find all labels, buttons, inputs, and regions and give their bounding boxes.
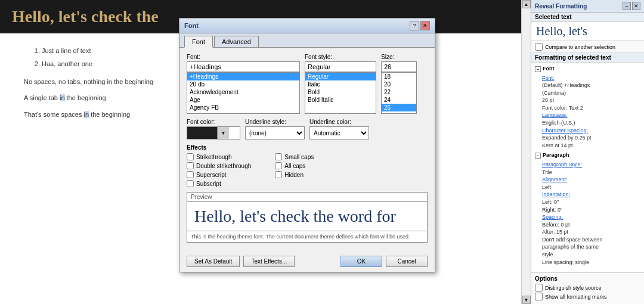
- preview-text: Hello, let's check the word for: [194, 207, 396, 225]
- dialog-tab-bar: Font Advanced: [179, 33, 435, 48]
- small-caps-label: Small caps: [284, 154, 314, 160]
- underline-style-select[interactable]: (none): [245, 126, 305, 139]
- ok-button[interactable]: OK: [340, 256, 382, 267]
- dialog-title: Font: [184, 22, 199, 29]
- spacing-after: After: 15 pt: [542, 229, 568, 235]
- size-list-item[interactable]: 26: [382, 104, 416, 111]
- effect-strikethrough: Strikethrough: [187, 153, 251, 160]
- panel-close-btn[interactable]: ✕: [632, 2, 640, 10]
- font-dialog: Font ? ✕ Font Advanced Font: +Headings 2…: [179, 18, 435, 272]
- style-list[interactable]: Regular Italic Bold Bold Italic: [305, 72, 376, 114]
- style-link[interactable]: Paragraph Style:: [542, 162, 582, 167]
- style-value: Title: [542, 169, 552, 175]
- size-list-item[interactable]: 24: [382, 96, 416, 104]
- effect-all-caps: All caps: [275, 162, 314, 169]
- preview-section: Preview Hello, let's check the word for …: [187, 192, 428, 243]
- font-main-row: Font: +Headings 20 db Acknowledgement Ag…: [187, 54, 428, 114]
- font-color-row: Font color: ▼ Underline style: (none) Un…: [187, 119, 428, 139]
- size-list[interactable]: 18 20 22 24 26: [381, 72, 417, 114]
- panel-controls: – ✕: [623, 2, 640, 10]
- font-list-item[interactable]: Agency FB: [187, 104, 299, 111]
- double-strikethrough-label: Double strikethrough: [196, 163, 251, 169]
- show-all-checkbox[interactable]: [535, 293, 543, 300]
- reveal-panel-header: Reveal Formatting – ✕: [531, 0, 644, 13]
- size-list-item[interactable]: 18: [382, 73, 416, 80]
- para-group-header: – Paragraph: [535, 151, 640, 160]
- font-group-label: Font: [543, 65, 555, 73]
- hidden-label: Hidden: [284, 172, 304, 178]
- font-input[interactable]: [187, 61, 300, 72]
- subscript-checkbox[interactable]: [187, 180, 194, 187]
- language-value: English (U.S.): [542, 120, 575, 126]
- spacing-link[interactable]: Spacing:: [542, 214, 563, 220]
- superscript-checkbox[interactable]: [187, 171, 194, 178]
- panel-pin-btn[interactable]: –: [623, 2, 631, 10]
- color-dropdown-btn[interactable]: ▼: [217, 127, 229, 139]
- font-collapse-icon[interactable]: –: [535, 66, 541, 72]
- style-list-item[interactable]: Italic: [305, 80, 376, 88]
- style-list-item[interactable]: Bold: [305, 88, 376, 96]
- font-color-value: Font color: Text 2: [542, 105, 583, 111]
- font-list-item[interactable]: Age: [187, 96, 299, 104]
- size-input[interactable]: [381, 61, 417, 72]
- all-caps-label: All caps: [284, 163, 305, 169]
- effects-col-right: Small caps All caps Hidden: [275, 153, 314, 187]
- spacing-note2: paragraphs of the same: [542, 244, 599, 250]
- scroll-down-btn[interactable]: ▼: [522, 296, 531, 304]
- font-list-item[interactable]: Acknowledgement: [187, 88, 299, 96]
- font-label: Font:: [187, 54, 300, 60]
- size-list-item[interactable]: 22: [382, 88, 416, 96]
- para-collapse-icon[interactable]: –: [535, 153, 541, 159]
- distinguish-label: Distinguish style source: [545, 285, 602, 291]
- double-strikethrough-checkbox[interactable]: [187, 162, 194, 169]
- spacing-note3: style: [542, 252, 553, 258]
- style-list-item[interactable]: Regular: [305, 73, 376, 80]
- heading-text: Hello, let's check the: [12, 7, 159, 26]
- indent-right: Right: 0": [542, 207, 562, 213]
- close-button[interactable]: ✕: [420, 21, 430, 30]
- preview-label: Preview: [187, 193, 427, 201]
- all-caps-checkbox[interactable]: [275, 162, 282, 169]
- indentation-link[interactable]: Indentation:: [542, 191, 570, 197]
- font-list-item[interactable]: +Headings: [187, 73, 299, 80]
- help-button[interactable]: ?: [410, 21, 419, 30]
- style-input[interactable]: [305, 61, 376, 72]
- dialog-controls: ? ✕: [410, 21, 430, 30]
- color-swatch: [187, 127, 217, 139]
- underline-color-label: Underline color:: [309, 119, 369, 125]
- font-style-col: Font style: Regular Italic Bold Bold Ita…: [305, 54, 376, 114]
- font-list[interactable]: +Headings 20 db Acknowledgement Age Agen…: [187, 72, 300, 114]
- footer-left: Set As Default Text Effects...: [187, 256, 295, 267]
- alignment-link[interactable]: Alignment:: [542, 176, 568, 182]
- spacing-note: Don't add space between: [542, 237, 602, 243]
- hidden-checkbox[interactable]: [275, 171, 282, 178]
- underline-color-select[interactable]: Automatic: [309, 126, 369, 139]
- footer-right: OK Cancel: [340, 256, 428, 267]
- font-list-item[interactable]: 20 db: [187, 80, 299, 88]
- size-list-item[interactable]: 20: [382, 80, 416, 88]
- set-default-button[interactable]: Set As Default: [187, 256, 240, 267]
- tab-advanced[interactable]: Advanced: [214, 36, 259, 47]
- color-select-row: ▼: [187, 126, 240, 139]
- tab-font[interactable]: Font: [184, 36, 213, 48]
- style-list-item[interactable]: Bold Italic: [305, 96, 376, 104]
- superscript-label: Superscript: [196, 172, 227, 178]
- document-area: Hello, let's check the Just a line of te…: [0, 0, 521, 304]
- char-spacing-link[interactable]: Character Spacing:: [542, 128, 588, 134]
- text-effects-button[interactable]: Text Effects...: [243, 256, 295, 267]
- preview-content: Hello, let's check the word for: [187, 201, 427, 231]
- char-spacing-value: Expanded by 0.25 pt: [542, 135, 592, 141]
- cancel-button[interactable]: Cancel: [386, 256, 428, 267]
- dialog-titlebar: Font ? ✕: [179, 18, 435, 33]
- small-caps-checkbox[interactable]: [275, 153, 282, 160]
- ul-color-col: Underline color: Automatic: [309, 119, 369, 139]
- compare-checkbox[interactable]: [535, 43, 543, 51]
- language-link[interactable]: Language:: [542, 112, 568, 118]
- show-all-label: Show all formatting marks: [545, 294, 607, 300]
- scroll-up-btn[interactable]: ▲: [522, 0, 531, 8]
- distinguish-checkbox[interactable]: [535, 284, 543, 291]
- strikethrough-checkbox[interactable]: [187, 153, 194, 160]
- font-link[interactable]: Font:: [542, 75, 555, 81]
- doc-scrollbar[interactable]: ▲ ▼: [521, 0, 531, 304]
- formatting-section-title: Formatting of selected text: [531, 53, 644, 63]
